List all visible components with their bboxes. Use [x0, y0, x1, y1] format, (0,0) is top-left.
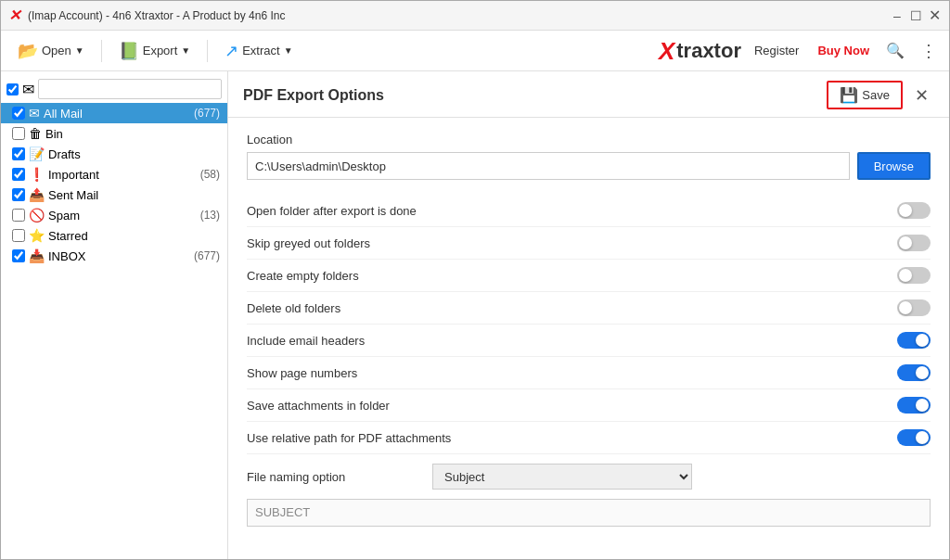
location-label: Location [247, 133, 931, 146]
sidebar-item-sent-mail[interactable]: 📤 Sent Mail [1, 185, 227, 205]
register-link[interactable]: Register [749, 40, 804, 61]
menu-button[interactable]: ⋮ [916, 38, 942, 64]
option-row-skip-greyed: Skip greyed out folders [247, 227, 931, 260]
option-row-open-folder: Open folder after export is done [247, 195, 931, 227]
titlebar-left: ✕ (Imap Account) - 4n6 Xtraxtor - A Prod… [8, 6, 285, 24]
search-button[interactable]: 🔍 [882, 38, 908, 64]
folder-checkbox-all-mail[interactable] [12, 107, 25, 120]
toggle-include-headers[interactable] [897, 332, 931, 349]
toggle-slider-skip-greyed [897, 235, 931, 251]
option-row-create-empty: Create empty folders [247, 260, 931, 292]
titlebar-logo: ✕ [8, 6, 20, 24]
panel-title: PDF Export Options [243, 87, 384, 104]
folder-checkbox-inbox[interactable] [12, 249, 25, 262]
location-section: Location Browse [247, 133, 931, 180]
file-naming-label: File naming option [247, 470, 432, 484]
folder-checkbox-drafts[interactable] [12, 147, 25, 160]
folder-type-icon-important: ❗ [29, 167, 45, 182]
file-naming-select[interactable]: SubjectDateFromTo [432, 464, 692, 490]
folder-type-icon-sent-mail: 📤 [29, 187, 45, 202]
folder-type-icon-spam: 🚫 [29, 208, 45, 223]
option-label-open-folder: Open folder after export is done [247, 204, 417, 218]
sidebar-item-spam[interactable]: 🚫 Spam (13) [1, 205, 227, 225]
file-naming-row: File naming option SubjectDateFromTo [247, 454, 931, 495]
extract-chevron-icon: ▼ [284, 45, 293, 56]
folder-name-spam: Spam [48, 209, 197, 223]
option-label-save-attachments: Save attachments in folder [247, 399, 390, 413]
browse-button[interactable]: Browse [857, 152, 931, 180]
folder-checkbox-bin[interactable] [12, 127, 25, 140]
export-icon: 📗 [119, 41, 139, 61]
extract-icon: ↗ [225, 41, 238, 61]
toggle-save-attachments[interactable] [897, 397, 931, 414]
folder-checkbox-important[interactable] [12, 168, 25, 181]
folder-icon: 📂 [18, 41, 38, 61]
save-button[interactable]: 💾 Save [827, 81, 903, 109]
option-label-skip-greyed: Skip greyed out folders [247, 236, 370, 250]
toggle-create-empty[interactable] [897, 267, 931, 284]
buynow-link[interactable]: Buy Now [812, 40, 875, 61]
sidebar-item-starred[interactable]: ⭐ Starred [1, 225, 227, 246]
option-label-relative-path: Use relative path for PDF attachments [247, 431, 451, 445]
restore-button[interactable]: ☐ [908, 8, 923, 23]
folder-type-icon-starred: ⭐ [29, 228, 45, 243]
toggle-slider-show-page-numbers [897, 364, 931, 381]
folder-checkbox-sent-mail[interactable] [12, 188, 25, 201]
option-label-delete-old: Delete old folders [247, 301, 340, 315]
logo-x-icon: X [659, 39, 674, 63]
close-panel-button[interactable]: ✕ [908, 83, 934, 108]
logo: X traxtor [659, 39, 741, 63]
option-row-save-attachments: Save attachments in folder [247, 389, 931, 422]
open-label: Open [42, 44, 71, 57]
open-chevron-icon: ▼ [75, 45, 84, 56]
toggle-open-folder[interactable] [897, 202, 931, 219]
extract-label: Extract [242, 44, 279, 57]
toggle-show-page-numbers[interactable] [897, 364, 931, 381]
extract-button[interactable]: ↗ Extract ▼ [215, 37, 302, 65]
folder-type-icon-all-mail: ✉ [29, 106, 40, 121]
option-row-relative-path: Use relative path for PDF attachments [247, 422, 931, 454]
sidebar-select-all-checkbox[interactable] [6, 83, 19, 95]
logo-text: traxtor [676, 39, 741, 63]
sidebar-item-important[interactable]: ❗ Important (58) [1, 164, 227, 185]
sidebar-item-bin[interactable]: 🗑 Bin [1, 123, 227, 144]
toggle-skip-greyed[interactable] [897, 235, 931, 251]
folder-type-icon-drafts: 📝 [29, 146, 45, 161]
sidebar-item-inbox[interactable]: 📥 INBOX (677) [1, 246, 227, 266]
export-button[interactable]: 📗 Export ▼ [109, 37, 199, 65]
location-row: Browse [247, 152, 931, 180]
window-close-button[interactable]: ✕ [927, 8, 942, 23]
option-row-delete-old: Delete old folders [247, 292, 931, 325]
export-chevron-icon: ▼ [181, 45, 190, 56]
titlebar-controls: – ☐ ✕ [890, 8, 942, 23]
toggle-delete-old[interactable] [897, 299, 931, 316]
toggle-relative-path[interactable] [897, 429, 931, 446]
folder-checkbox-spam[interactable] [12, 209, 25, 222]
minimize-button[interactable]: – [890, 8, 905, 23]
main-content: ✉ ✉ All Mail (677) 🗑 Bin 📝 Drafts ❗ Impo… [1, 71, 949, 559]
options-list: Open folder after export is done Skip gr… [247, 195, 931, 454]
toolbar: 📂 Open ▼ 📗 Export ▼ ↗ Extract ▼ X traxto… [1, 31, 949, 71]
folder-checkbox-starred[interactable] [12, 229, 25, 242]
export-label: Export [143, 44, 178, 57]
location-input[interactable] [247, 152, 850, 180]
sidebar-item-all-mail[interactable]: ✉ All Mail (677) [1, 103, 227, 123]
folder-name-important: Important [48, 168, 197, 182]
save-icon: 💾 [840, 86, 858, 104]
folder-name-sent-mail: Sent Mail [48, 188, 220, 202]
folder-name-inbox: INBOX [48, 249, 190, 263]
sidebar-header: ✉ [1, 75, 227, 103]
folder-count-inbox: (677) [194, 249, 220, 262]
folder-count-all-mail: (677) [194, 107, 220, 120]
folder-type-icon-inbox: 📥 [29, 248, 45, 263]
separator-1 [101, 40, 102, 62]
mail-icon: ✉ [22, 81, 34, 98]
sidebar-search-input[interactable] [38, 79, 222, 99]
main-window: ✕ (Imap Account) - 4n6 Xtraxtor - A Prod… [0, 0, 950, 560]
toggle-slider-delete-old [897, 299, 931, 316]
toggle-slider-create-empty [897, 267, 931, 284]
sidebar-item-drafts[interactable]: 📝 Drafts [1, 144, 227, 164]
save-label: Save [862, 88, 890, 102]
subject-box: SUBJECT [247, 499, 931, 527]
open-button[interactable]: 📂 Open ▼ [8, 37, 94, 65]
